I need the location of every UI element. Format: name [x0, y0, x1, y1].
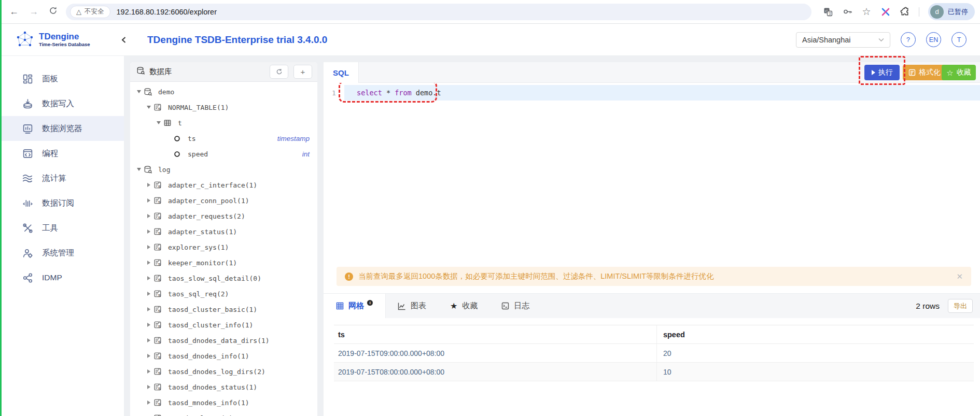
tab-sql[interactable]: SQL [324, 62, 359, 83]
tree-add-button[interactable]: + [293, 65, 312, 79]
svg-text:S: S [158, 200, 161, 204]
caret-down-icon[interactable] [134, 168, 144, 171]
caret-right-icon[interactable] [144, 245, 153, 249]
tree-item[interactable]: Staosd_sql_req(0) [130, 410, 317, 416]
stable-icon: S [153, 212, 164, 220]
sidebar-item-dashboard[interactable]: 面板 [0, 66, 124, 91]
caret-down-icon[interactable] [144, 106, 153, 109]
sidebar-collapse-chevron-icon[interactable] [120, 36, 128, 44]
tree-item[interactable]: Staosd_dnodes_status(1) [130, 379, 317, 395]
export-button[interactable]: 导出 [948, 299, 973, 313]
caret-right-icon[interactable] [144, 369, 153, 374]
caret-right-icon[interactable] [144, 292, 153, 296]
tree-item[interactable]: Skeeper_monitor(1) [130, 255, 317, 270]
caret-down-icon[interactable] [134, 90, 144, 93]
password-key-icon[interactable] [842, 7, 852, 17]
translate-icon[interactable]: G文 [823, 7, 833, 17]
table-row[interactable]: 2019-07-15T09:00:00.000+08:0020 [334, 344, 974, 363]
tree-item[interactable]: demo [130, 84, 317, 99]
sidebar-item-tools[interactable]: 工具 [0, 216, 124, 240]
editor-active-line[interactable]: 1 select * from demo.t [324, 85, 980, 101]
caret-right-icon[interactable] [144, 261, 153, 265]
tree-item[interactable]: Sadapter_conn_pool(1) [130, 193, 317, 208]
forward-icon[interactable]: → [29, 6, 38, 17]
tab-logs[interactable]: 日志 [489, 294, 541, 319]
stable-icon: S [153, 243, 164, 251]
tree-item[interactable]: Sadapter_status(1) [130, 224, 317, 239]
caret-right-icon[interactable] [144, 229, 153, 234]
sidebar-item-label: 数据浏览器 [42, 123, 82, 134]
tree-item[interactable]: Staos_sql_req(2) [130, 286, 317, 302]
tree-item[interactable]: Sexplorer_sys(1) [130, 239, 317, 255]
tree-item[interactable]: Staosd_cluster_basic(1) [130, 302, 317, 317]
tree-item[interactable]: Sadapter_requests(2) [130, 208, 317, 224]
caret-right-icon[interactable] [144, 307, 153, 311]
tree-item[interactable]: Staosd_dnodes_data_dirs(1) [130, 333, 317, 348]
tree-item[interactable]: Sadapter_c_interface(1) [130, 177, 317, 193]
caret-right-icon[interactable] [144, 198, 153, 203]
brand-logo: TDengine Time-Series Database [0, 31, 107, 49]
tree-item[interactable]: Staos_slow_sql_detail(0) [130, 270, 317, 286]
tab-favorites[interactable]: ★ 收藏 [438, 294, 489, 319]
brand-subtitle: Time-Series Database [39, 42, 90, 47]
caret-right-icon[interactable] [144, 354, 153, 358]
favorite-button[interactable]: ☆ 收藏 [942, 65, 976, 80]
sidebar-item-data-in[interactable]: 数据写入 [0, 91, 124, 116]
sidebar-item-system[interactable]: 系统管理 [0, 240, 124, 265]
sidebar-item-programming[interactable]: 编程 [0, 141, 124, 166]
svg-text:S: S [158, 325, 161, 328]
extension-x-icon[interactable] [880, 7, 891, 17]
tree-item[interactable]: Staosd_cluster_info(1) [130, 317, 317, 333]
profile-chip[interactable]: d 已暂停 [928, 3, 975, 20]
table-row[interactable]: 2019-07-15T08:00:00.000+08:0010 [334, 363, 974, 381]
tree-item[interactable]: SNORMAL_TABLE(1) [130, 99, 317, 115]
security-chip[interactable]: △ 不安全 [70, 6, 110, 18]
cell-speed: 20 [656, 344, 974, 362]
execute-button[interactable]: 执行 [864, 65, 900, 80]
tree-refresh-button[interactable] [270, 65, 288, 79]
bookmark-star-icon[interactable]: ☆ [861, 7, 872, 17]
caret-right-icon[interactable] [144, 338, 153, 342]
caret-right-icon[interactable] [144, 400, 153, 405]
refresh-icon[interactable] [49, 6, 58, 18]
sidebar-item-subscription[interactable]: 数据订阅 [0, 191, 124, 216]
stable-icon: S [153, 383, 164, 391]
sidebar-item-label: 工具 [42, 223, 58, 234]
caret-right-icon[interactable] [144, 276, 153, 280]
caret-down-icon[interactable] [153, 121, 163, 124]
tab-chart[interactable]: 图表 [386, 294, 438, 319]
tree-item[interactable]: t [130, 115, 317, 131]
svg-text:S: S [158, 356, 161, 360]
extensions-puzzle-icon[interactable] [900, 7, 910, 17]
user-button[interactable]: T [951, 32, 967, 47]
format-button[interactable]: 格式化 [903, 65, 946, 80]
sidebar-item-explorer[interactable]: 数据浏览器 [0, 116, 124, 141]
tree-item[interactable]: Staosd_dnodes_log_dirs(2) [130, 364, 317, 379]
caret-right-icon[interactable] [144, 183, 153, 187]
sidebar-item-stream[interactable]: 流计算 [0, 166, 124, 191]
tree-item[interactable]: speedint [130, 146, 317, 162]
sql-editor[interactable]: 1 select * from demo.t [324, 83, 980, 293]
tree-item[interactable]: tstimestamp [130, 131, 317, 146]
warning-close-icon[interactable]: ✕ [956, 272, 963, 281]
tree-item[interactable]: Staosd_mnodes_info(1) [130, 395, 317, 410]
timezone-select[interactable]: Asia/Shanghai [796, 32, 890, 48]
tree-item[interactable]: log [130, 162, 317, 177]
svg-text:S: S [158, 309, 161, 313]
help-button[interactable]: ? [901, 32, 916, 47]
chart-icon [398, 302, 406, 310]
tree-item[interactable]: Staosd_dnodes_info(1) [130, 348, 317, 364]
svg-text:S: S [158, 294, 161, 297]
page-title: TDengine TSDB-Enterprise trial 3.4.0.0 [147, 34, 327, 46]
brand-name: TDengine [39, 32, 90, 42]
address-bar[interactable]: △ 不安全 192.168.80.192:6060/explorer [66, 4, 811, 20]
back-icon[interactable]: ← [9, 6, 19, 17]
sidebar-item-idmp[interactable]: IDMP [0, 265, 124, 290]
cell-ts: 2019-07-15T08:00:00.000+08:00 [334, 368, 656, 376]
caret-right-icon[interactable] [144, 385, 153, 389]
stable-icon: S [153, 274, 164, 282]
language-button[interactable]: EN [926, 32, 941, 47]
caret-right-icon[interactable] [144, 214, 153, 218]
tab-grid[interactable]: 网格 i [324, 294, 386, 319]
caret-right-icon[interactable] [144, 323, 153, 327]
